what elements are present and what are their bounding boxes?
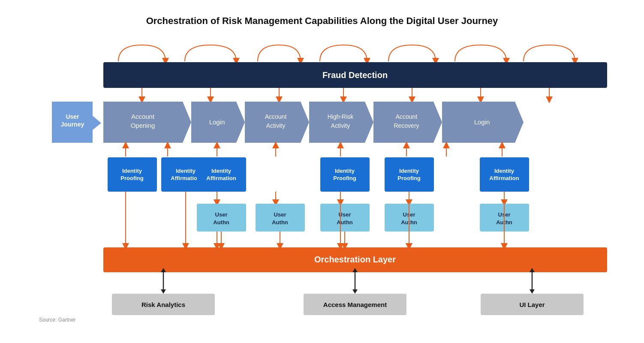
orchestration-label: Orchestration Layer (314, 255, 396, 264)
svg-text:Affirmation: Affirmation (206, 175, 236, 181)
risk-analytics-label: Risk Analytics (141, 301, 185, 308)
svg-text:Proofing: Proofing (333, 175, 356, 181)
svg-text:Identity: Identity (211, 168, 232, 174)
svg-rect-41 (197, 157, 246, 192)
ui-layer-label: UI Layer (519, 301, 545, 308)
svg-text:Affirmation: Affirmation (489, 175, 519, 181)
svg-text:Identity: Identity (122, 168, 142, 174)
page-title: Orchestration of Risk Management Capabil… (26, 15, 618, 27)
svg-rect-44 (320, 157, 370, 192)
svg-text:Affirmation: Affirmation (171, 175, 200, 181)
access-management-label: Access Management (323, 301, 387, 308)
svg-text:Activity: Activity (331, 122, 350, 129)
svg-text:Account: Account (265, 113, 287, 120)
svg-marker-76 (161, 289, 166, 294)
diagram: Fraud Detection User Journey Account Ope… (26, 34, 618, 326)
svg-marker-82 (530, 289, 535, 294)
fraud-label: Fraud Detection (322, 70, 388, 80)
svg-text:High-Risk: High-Risk (328, 113, 354, 120)
svg-text:Login: Login (209, 118, 225, 126)
svg-text:Authn: Authn (272, 219, 288, 226)
svg-text:Authn: Authn (337, 219, 353, 226)
svg-text:Identity: Identity (494, 168, 515, 174)
svg-text:Recovery: Recovery (394, 122, 419, 129)
svg-rect-35 (108, 157, 157, 192)
svg-text:User: User (66, 113, 79, 120)
svg-text:Login: Login (474, 118, 490, 126)
source-text: Source: Gartner (39, 317, 75, 323)
svg-text:Journey: Journey (61, 121, 84, 128)
svg-text:Identity: Identity (176, 168, 196, 174)
svg-rect-50 (480, 157, 529, 192)
svg-text:User: User (274, 211, 286, 218)
svg-text:Authn: Authn (213, 219, 229, 226)
svg-rect-47 (385, 157, 434, 192)
svg-text:Account: Account (396, 113, 418, 120)
svg-marker-79 (352, 289, 358, 294)
svg-text:Identity: Identity (399, 168, 419, 174)
svg-text:Identity: Identity (335, 168, 355, 174)
svg-text:Proofing: Proofing (120, 175, 143, 181)
svg-text:Activity: Activity (266, 122, 285, 129)
svg-text:Account: Account (131, 113, 155, 120)
svg-text:Opening: Opening (131, 122, 155, 129)
svg-text:Proofing: Proofing (397, 175, 420, 181)
svg-text:User: User (215, 211, 228, 218)
